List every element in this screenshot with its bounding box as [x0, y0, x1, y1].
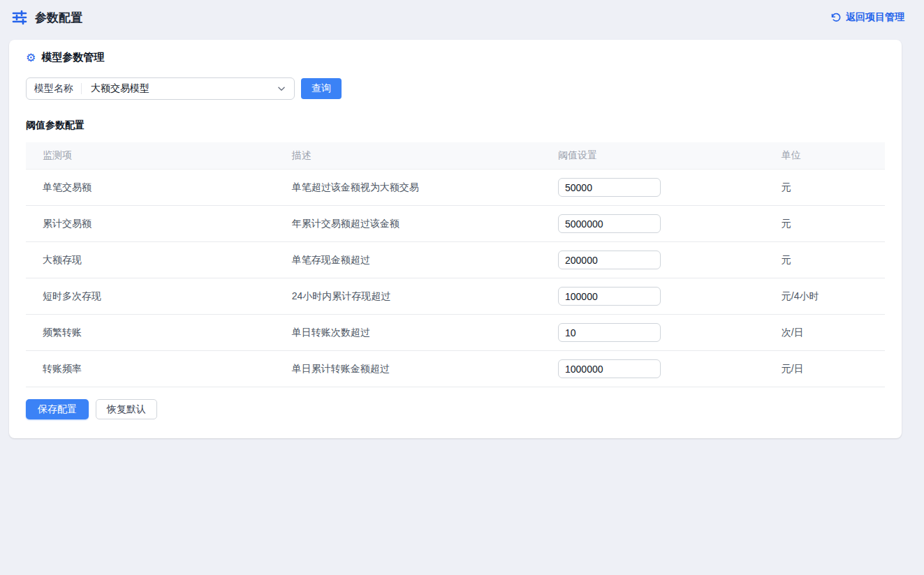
column-header-unit: 单位 — [765, 142, 885, 170]
cell-monitor-item: 单笔交易额 — [26, 170, 275, 206]
cell-description: 单笔超过该金额视为大额交易 — [275, 170, 541, 206]
cell-description: 单日转账次数超过 — [275, 315, 541, 351]
cell-description: 单日累计转账金额超过 — [275, 351, 541, 387]
save-config-button[interactable]: 保存配置 — [26, 399, 89, 419]
threshold-input[interactable] — [558, 251, 661, 269]
table-row: 大额存现 单笔存现金额超过 元 — [26, 242, 885, 278]
cell-description: 24小时内累计存现超过 — [275, 278, 541, 315]
table-row: 累计交易额 年累计交易额超过该金额 元 — [26, 206, 885, 242]
topbar-title-group: 参数配置 — [11, 9, 82, 26]
cell-description: 年累计交易额超过该金额 — [275, 206, 541, 242]
cell-threshold — [541, 170, 765, 206]
cell-threshold — [541, 206, 765, 242]
cell-monitor-item: 转账频率 — [26, 351, 275, 387]
select-label: 模型名称 — [27, 82, 81, 95]
threshold-input[interactable] — [558, 178, 661, 197]
column-header-threshold: 阈值设置 — [541, 142, 765, 170]
model-name-select[interactable]: 模型名称 大额交易模型 — [26, 77, 295, 100]
restore-default-button[interactable]: 恢复默认 — [96, 399, 157, 419]
cell-monitor-item: 短时多次存现 — [26, 278, 275, 315]
table-body: 单笔交易额 单笔超过该金额视为大额交易 元 累计交易额 年累计交易额超过该金额 … — [26, 170, 885, 387]
gear-icon: ⚙ — [26, 52, 36, 64]
cell-unit: 元/4小时 — [765, 278, 885, 315]
model-parameter-card: ⚙ 模型参数管理 模型名称 大额交易模型 查询 阈值参数配置 监测项 描述 阈值… — [9, 40, 902, 438]
cell-unit: 元 — [765, 206, 885, 242]
table-row: 转账频率 单日累计转账金额超过 元/日 — [26, 351, 885, 387]
cell-description: 单笔存现金额超过 — [275, 242, 541, 278]
threshold-input[interactable] — [558, 359, 661, 378]
cell-unit: 元 — [765, 170, 885, 206]
threshold-input[interactable] — [558, 323, 661, 342]
cell-threshold — [541, 242, 765, 278]
cell-monitor-item: 大额存现 — [26, 242, 275, 278]
cell-unit: 元 — [765, 242, 885, 278]
threshold-input[interactable] — [558, 214, 661, 233]
cell-monitor-item: 累计交易额 — [26, 206, 275, 242]
actions-row: 保存配置 恢复默认 — [26, 399, 885, 419]
table-row: 单笔交易额 单笔超过该金额视为大额交易 元 — [26, 170, 885, 206]
query-button[interactable]: 查询 — [301, 78, 342, 99]
topbar: 参数配置 返回项目管理 — [0, 0, 924, 35]
card-title: 模型参数管理 — [41, 51, 104, 64]
back-to-project-link[interactable]: 返回项目管理 — [830, 11, 904, 24]
table-row: 短时多次存现 24小时内累计存现超过 元/4小时 — [26, 278, 885, 315]
cell-threshold — [541, 278, 765, 315]
filter-row: 模型名称 大额交易模型 查询 — [26, 77, 885, 100]
cell-threshold — [541, 315, 765, 351]
selected-model-value: 大额交易模型 — [82, 82, 277, 95]
page-title: 参数配置 — [35, 10, 82, 26]
table-header-row: 监测项 描述 阈值设置 单位 — [26, 142, 885, 170]
threshold-input[interactable] — [558, 287, 661, 306]
back-link-label: 返回项目管理 — [846, 11, 904, 24]
column-header-item: 监测项 — [26, 142, 275, 170]
sliders-icon — [11, 9, 28, 26]
column-header-desc: 描述 — [275, 142, 541, 170]
undo-icon — [830, 13, 841, 23]
cell-monitor-item: 频繁转账 — [26, 315, 275, 351]
card-header: ⚙ 模型参数管理 — [26, 51, 885, 64]
cell-threshold — [541, 351, 765, 387]
cell-unit: 次/日 — [765, 315, 885, 351]
threshold-section-title: 阈值参数配置 — [26, 119, 885, 132]
cell-unit: 元/日 — [765, 351, 885, 387]
table-row: 频繁转账 单日转账次数超过 次/日 — [26, 315, 885, 351]
threshold-table: 监测项 描述 阈值设置 单位 单笔交易额 单笔超过该金额视为大额交易 元 累计交… — [26, 142, 885, 387]
chevron-down-icon — [277, 84, 286, 94]
